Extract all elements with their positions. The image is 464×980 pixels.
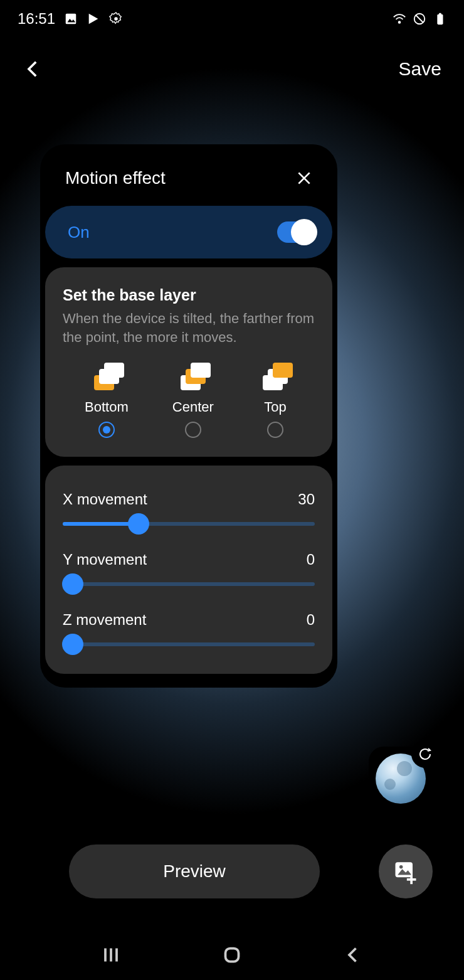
layer-top-icon <box>258 361 293 393</box>
svg-line-6 <box>416 16 423 23</box>
slider-x-track[interactable] <box>63 522 315 526</box>
svg-rect-11 <box>396 862 413 877</box>
preview-label: Preview <box>163 861 226 881</box>
slider-z: Z movement 0 <box>63 611 315 646</box>
base-layer-panel: Set the base layer When the device is ti… <box>45 267 332 457</box>
svg-rect-8 <box>439 13 441 15</box>
gear-icon <box>109 12 123 26</box>
add-image-icon <box>392 858 419 885</box>
recents-icon[interactable] <box>100 944 122 966</box>
status-right <box>393 12 446 26</box>
svg-marker-2 <box>89 14 98 24</box>
svg-rect-19 <box>225 949 238 962</box>
slider-x-label: X movement <box>63 491 147 508</box>
status-time: 16:51 <box>18 10 55 28</box>
status-bar: 16:51 <box>0 0 464 38</box>
base-layer-title: Set the base layer <box>63 286 315 304</box>
card-title: Motion effect <box>65 168 166 188</box>
photo-icon <box>64 12 78 26</box>
toggle-row[interactable]: On <box>45 206 332 258</box>
slider-y-value: 0 <box>307 551 315 568</box>
svg-point-13 <box>399 865 403 869</box>
toggle-switch[interactable] <box>277 221 316 243</box>
motion-effect-card: Motion effect On Set the base layer When… <box>40 144 337 688</box>
play-icon <box>87 12 100 26</box>
sliders-panel: X movement 30 Y movement 0 Z movement 0 <box>45 466 332 674</box>
add-image-button[interactable] <box>379 844 433 898</box>
svg-point-4 <box>399 21 401 23</box>
header: Save <box>0 50 464 88</box>
battery-icon <box>433 12 446 26</box>
slider-y: Y movement 0 <box>63 551 315 586</box>
radio-bottom[interactable] <box>98 422 115 438</box>
layer-label: Center <box>172 399 214 415</box>
layer-options: Bottom Center Top <box>63 361 315 438</box>
card-header: Motion effect <box>40 144 337 206</box>
svg-point-3 <box>114 17 118 21</box>
save-button[interactable]: Save <box>399 58 441 80</box>
layer-label: Bottom <box>85 399 129 415</box>
slider-z-value: 0 <box>307 611 315 629</box>
back-icon[interactable] <box>23 58 44 80</box>
slider-x-value: 30 <box>298 491 315 508</box>
no-sim-icon <box>413 12 426 26</box>
status-left: 16:51 <box>18 10 123 28</box>
layer-center-icon <box>176 361 211 393</box>
nav-back-icon[interactable] <box>342 944 364 966</box>
layer-option-center[interactable]: Center <box>172 361 214 438</box>
layer-option-bottom[interactable]: Bottom <box>85 361 129 438</box>
refresh-overlay[interactable] <box>411 740 439 768</box>
wifi-icon <box>393 12 406 26</box>
layer-option-top[interactable]: Top <box>258 361 293 438</box>
slider-y-track[interactable] <box>63 582 315 586</box>
refresh-icon <box>418 747 433 762</box>
layer-label: Top <box>264 399 286 415</box>
home-icon[interactable] <box>221 944 243 966</box>
radio-top[interactable] <box>267 422 283 438</box>
preview-button[interactable]: Preview <box>69 844 320 898</box>
slider-x: X movement 30 <box>63 491 315 526</box>
layer-bottom-icon <box>89 361 124 393</box>
svg-rect-0 <box>66 14 76 24</box>
slider-z-track[interactable] <box>63 642 315 646</box>
svg-rect-7 <box>437 14 443 24</box>
radio-center[interactable] <box>185 422 201 438</box>
base-layer-desc: When the device is tilted, the farther f… <box>63 309 315 346</box>
slider-z-label: Z movement <box>63 611 146 629</box>
moon-thumbnail[interactable] <box>369 747 433 811</box>
nav-bar <box>0 930 464 980</box>
toggle-label: On <box>68 223 90 242</box>
svg-rect-15 <box>407 878 416 881</box>
close-icon[interactable] <box>296 170 312 186</box>
slider-y-label: Y movement <box>63 551 147 568</box>
